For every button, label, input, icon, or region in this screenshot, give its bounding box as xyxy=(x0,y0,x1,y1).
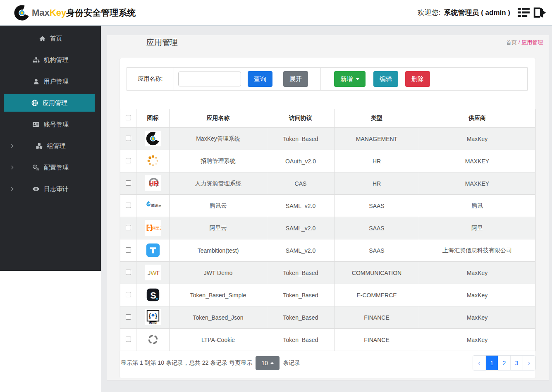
table-row[interactable]: JWTJWT DemoToken_BasedCOMMUNICATIONMaxKe… xyxy=(120,262,535,284)
col-header-name: 应用名称 xyxy=(170,109,267,128)
content-panel: 应用名称: 查询 展开 新增 编辑 删除 xyxy=(119,58,536,378)
app-protocol-cell: SAML_v2.0 xyxy=(267,195,335,217)
app-type-cell: E-COMMERCE xyxy=(335,284,419,306)
user-icon xyxy=(33,78,40,85)
table-row[interactable]: HR人力资源管理系统CASHRMAXKEY xyxy=(120,172,535,195)
sidebar-item-config[interactable]: 配置管理 xyxy=(0,157,101,178)
row-checkbox[interactable] xyxy=(126,180,131,186)
sidebar-item-home[interactable]: 首页 xyxy=(0,28,101,49)
app-name-cell: 腾讯云 xyxy=(170,195,267,217)
sidebar-item-org[interactable]: 机构管理 xyxy=(0,49,101,71)
sidebar-item-groups[interactable]: 组管理 xyxy=(0,135,101,157)
sidebar-item-label: 账号管理 xyxy=(44,121,69,129)
query-button[interactable]: 查询 xyxy=(248,71,272,87)
list-icon[interactable] xyxy=(518,7,530,18)
table-row[interactable]: SToken_Based_SimpleToken_BasedE-COMMERCE… xyxy=(120,284,535,306)
svg-text:JSON: JSON xyxy=(150,321,157,324)
row-checkbox[interactable] xyxy=(126,292,131,297)
app-type-cell: SAAS xyxy=(335,195,419,217)
app-icon-cell xyxy=(136,239,170,262)
row-checkbox[interactable] xyxy=(126,314,131,320)
delete-button[interactable]: 删除 xyxy=(405,71,430,87)
app-protocol-cell: Token_Based xyxy=(267,329,335,351)
sidebar-item-label: 配置管理 xyxy=(44,164,69,172)
chevron-right-icon xyxy=(10,165,14,170)
row-checkbox[interactable] xyxy=(126,203,131,208)
select-all-checkbox[interactable] xyxy=(126,115,131,120)
col-header-vendor: 供应商 xyxy=(419,109,535,128)
sidebar-item-label: 组管理 xyxy=(47,142,66,150)
pagination-page-1[interactable]: 1 xyxy=(485,356,498,370)
maxkey-app: Max Key 身份安全管理系统 欢迎您: 系统管理员 ( admin ) xyxy=(0,0,552,392)
table-row[interactable]: 腾讯云腾讯云SAML_v2.0SAAS腾讯 xyxy=(120,195,535,217)
app-type-cell: FINANCE xyxy=(335,329,419,351)
caret-down-icon xyxy=(356,78,359,80)
content-section: 应用管理 首页 / 应用管理 应用名称: 查询 展开 新增 xyxy=(107,35,549,380)
app-name-input[interactable] xyxy=(178,72,241,86)
add-button[interactable]: 新增 xyxy=(334,71,366,87)
breadcrumb-root[interactable]: 首页 xyxy=(506,39,517,45)
cubes-icon xyxy=(36,142,43,150)
row-checkbox-cell xyxy=(120,195,136,217)
top-header: Max Key 身份安全管理系统 欢迎您: 系统管理员 ( admin ) xyxy=(0,0,552,26)
row-checkbox-cell xyxy=(120,262,136,284)
app-name-cell: 阿里云 xyxy=(170,217,267,239)
caret-up-icon xyxy=(270,362,274,364)
maxkey-logo-icon xyxy=(14,5,30,21)
table-row[interactable]: Teambition(test)SAML_v2.0SAAS上海汇翼信息科技有限公… xyxy=(120,239,535,262)
app-icon-cell xyxy=(136,329,170,351)
app-vendor-cell: MaxKey xyxy=(419,262,535,284)
globe-icon xyxy=(31,99,38,107)
svg-text:S: S xyxy=(150,290,156,300)
app-type-cell: HR xyxy=(335,150,419,172)
table-row[interactable]: 招聘管理系统OAuth_v2.0HRMAXKEY xyxy=(120,150,535,172)
app-type-cell: FINANCE xyxy=(335,306,419,329)
table-row[interactable]: {}JSONToken_Based_JsonToken_BasedFINANCE… xyxy=(120,306,535,329)
home-icon xyxy=(39,35,46,42)
brand-text-max: Max xyxy=(32,7,50,18)
row-checkbox[interactable] xyxy=(126,337,131,342)
sidebar-item-apps[interactable]: 应用管理 xyxy=(4,94,95,112)
expand-button[interactable]: 展开 xyxy=(283,71,308,87)
pagination-page-3[interactable]: 3 xyxy=(510,356,523,370)
row-checkbox[interactable] xyxy=(126,225,131,230)
row-checkbox[interactable] xyxy=(126,247,131,253)
row-checkbox[interactable] xyxy=(126,270,131,275)
row-checkbox[interactable] xyxy=(126,158,131,163)
sidebar-item-accounts[interactable]: 账号管理 xyxy=(0,114,101,135)
brand: Max Key 身份安全管理系统 xyxy=(0,5,136,21)
app-vendor-cell: MAXKEY xyxy=(419,150,535,172)
svg-text:阿里云: 阿里云 xyxy=(152,226,161,230)
edit-button[interactable]: 编辑 xyxy=(373,71,398,87)
app-vendor-cell: MaxKey xyxy=(419,306,535,329)
pagination-prev[interactable]: ‹ xyxy=(473,356,485,370)
table-row[interactable]: 阿里云阿里云SAML_v2.0SAAS阿里 xyxy=(120,217,535,239)
table-header-row: 图标 应用名称 访问协议 类型 供应商 xyxy=(120,109,535,128)
app-protocol-cell: Token_Based xyxy=(267,128,335,150)
page-size-select[interactable]: 10 xyxy=(256,356,280,370)
logout-icon[interactable] xyxy=(532,7,546,19)
sidebar-item-audit[interactable]: 日志审计 xyxy=(0,178,101,200)
gears-icon xyxy=(32,164,40,171)
pagination: ‹123› xyxy=(473,355,535,370)
app-type-cell: SAAS xyxy=(335,239,419,262)
breadcrumb: 首页 / 应用管理 xyxy=(506,39,549,46)
pagination-next[interactable]: › xyxy=(523,356,535,370)
applications-table: 图标 应用名称 访问协议 类型 供应商 MaxKey管理系统Token_Base… xyxy=(120,109,535,351)
sidebar-item-users[interactable]: 用户管理 xyxy=(0,71,101,92)
id-card-icon xyxy=(32,121,40,128)
current-user-label: 系统管理员 ( admin ) xyxy=(444,8,510,17)
table-footer: 显示第 1 到第 10 条记录，总共 22 条记录 每页显示 10 条记录 ‹1… xyxy=(120,351,535,375)
svg-text:{: { xyxy=(148,312,151,319)
app-icon-cell: 腾讯云 xyxy=(136,195,170,217)
aliyun-icon: 阿里云 xyxy=(145,220,161,236)
app-protocol-cell: Token_Based xyxy=(267,284,335,306)
app-icon-cell: 阿里云 xyxy=(136,217,170,239)
table-row[interactable]: LTPA-CookieToken_BasedFINANCEMaxKey xyxy=(120,329,535,351)
row-checkbox[interactable] xyxy=(126,136,131,141)
tencent-cloud-icon: 腾讯云 xyxy=(145,197,161,214)
toolbar-divider xyxy=(320,68,321,90)
table-row[interactable]: MaxKey管理系统Token_BasedMANAGEMENTMaxKey xyxy=(120,128,535,150)
pagination-page-2[interactable]: 2 xyxy=(498,356,510,370)
row-checkbox-cell xyxy=(120,284,136,306)
